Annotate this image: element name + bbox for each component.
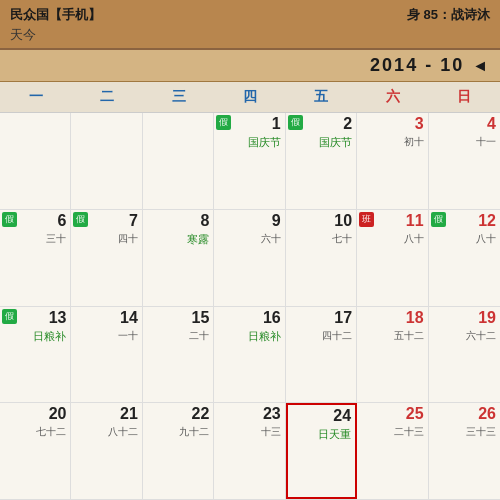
lunar-oct9: 六十 [218, 232, 280, 246]
day-number-oct20: 20 [4, 405, 66, 423]
day-header-fri: 五 [286, 82, 357, 112]
year-month-display: 2014 - 10 [370, 55, 464, 76]
day-cell-empty-1 [0, 113, 71, 209]
app-title-left: 民众国【手机】 [10, 6, 101, 24]
lunar-oct17: 四十二 [290, 329, 352, 343]
day-headers: 一 二 三 四 五 六 日 [0, 82, 500, 113]
holiday-badge-oct12: 假 [431, 212, 446, 227]
lunar-oct11: 八十 [361, 232, 423, 246]
lunar-oct20: 七十二 [4, 425, 66, 439]
calendar-weeks: 假 1 国庆节 假 2 国庆节 3 初十 4 十一 [0, 113, 500, 500]
day-header-thu: 四 [214, 82, 285, 112]
lunar-oct7: 四十 [75, 232, 137, 246]
lunar-oct12: 八十 [433, 232, 496, 246]
holiday-badge-oct1: 假 [216, 115, 231, 130]
day-number-oct3: 3 [361, 115, 423, 133]
lunar-oct18: 五十二 [361, 329, 423, 343]
header-top: 民众国【手机】 身 85：战诗沐 [10, 6, 490, 24]
nav-bar: 2014 - 10 ◄ [0, 50, 500, 82]
day-number-oct19: 19 [433, 309, 496, 327]
day-number-oct21: 21 [75, 405, 137, 423]
day-number-oct15: 15 [147, 309, 209, 327]
day-number-oct8: 8 [147, 212, 209, 230]
today-label: 天今 [10, 27, 36, 42]
day-cell-oct7[interactable]: 假 7 四十 [71, 210, 142, 306]
lunar-oct4: 十一 [433, 135, 496, 149]
day-header-wed: 三 [143, 82, 214, 112]
day-header-mon: 一 [0, 82, 71, 112]
day-cell-oct2[interactable]: 假 2 国庆节 [286, 113, 357, 209]
day-cell-oct14[interactable]: 14 一十 [71, 307, 142, 403]
lunar-oct22: 九十二 [147, 425, 209, 439]
app-container: 民众国【手机】 身 85：战诗沐 天今 2014 - 10 ◄ 一 二 三 四 … [0, 0, 500, 500]
day-cell-oct11[interactable]: 班 11 八十 [357, 210, 428, 306]
holiday-badge-oct2: 假 [288, 115, 303, 130]
day-number-oct14: 14 [75, 309, 137, 327]
day-cell-oct17[interactable]: 17 四十二 [286, 307, 357, 403]
app-title-right: 身 85：战诗沐 [407, 6, 490, 24]
lunar-oct16: 日粮补 [218, 329, 280, 344]
day-cell-oct26[interactable]: 26 三十三 [429, 403, 500, 499]
day-cell-oct3[interactable]: 3 初十 [357, 113, 428, 209]
lunar-oct15: 二十 [147, 329, 209, 343]
week-row-4: 20 七十二 21 八十二 22 九十二 23 十三 24 日天重 [0, 403, 500, 500]
lunar-oct2: 国庆节 [290, 135, 352, 150]
lunar-oct14: 一十 [75, 329, 137, 343]
day-number-oct26: 26 [433, 405, 496, 423]
day-cell-oct4[interactable]: 4 十一 [429, 113, 500, 209]
day-number-oct10: 10 [290, 212, 352, 230]
ban-badge-oct11: 班 [359, 212, 374, 227]
day-number-oct16: 16 [218, 309, 280, 327]
lunar-oct25: 二十三 [361, 425, 423, 439]
day-cell-oct1[interactable]: 假 1 国庆节 [214, 113, 285, 209]
lunar-oct23: 十三 [218, 425, 280, 439]
holiday-badge-oct13: 假 [2, 309, 17, 324]
day-cell-oct25[interactable]: 25 二十三 [357, 403, 428, 499]
prev-month-arrow[interactable]: ◄ [472, 57, 488, 75]
day-cell-empty-3 [143, 113, 214, 209]
day-cell-oct22[interactable]: 22 九十二 [143, 403, 214, 499]
day-cell-oct9[interactable]: 9 六十 [214, 210, 285, 306]
day-number-oct23: 23 [218, 405, 280, 423]
week-row-2: 假 6 三十 假 7 四十 8 寒露 9 六十 10 [0, 210, 500, 307]
week-row-1: 假 1 国庆节 假 2 国庆节 3 初十 4 十一 [0, 113, 500, 210]
calendar: 一 二 三 四 五 六 日 假 1 国庆节 假 2 [0, 82, 500, 500]
lunar-oct6: 三十 [4, 232, 66, 246]
day-cell-oct15[interactable]: 15 二十 [143, 307, 214, 403]
week-row-3: 假 13 日粮补 14 一十 15 二十 16 日粮补 17 [0, 307, 500, 404]
lunar-oct21: 八十二 [75, 425, 137, 439]
day-number-oct22: 22 [147, 405, 209, 423]
lunar-oct10: 七十 [290, 232, 352, 246]
day-number-oct18: 18 [361, 309, 423, 327]
day-cell-oct10[interactable]: 10 七十 [286, 210, 357, 306]
day-header-sat: 六 [357, 82, 428, 112]
header: 民众国【手机】 身 85：战诗沐 天今 [0, 0, 500, 50]
day-cell-oct18[interactable]: 18 五十二 [357, 307, 428, 403]
day-cell-oct21[interactable]: 21 八十二 [71, 403, 142, 499]
day-cell-oct13[interactable]: 假 13 日粮补 [0, 307, 71, 403]
header-subtitle: 天今 [10, 24, 490, 44]
lunar-oct1: 国庆节 [218, 135, 280, 150]
lunar-oct3: 初十 [361, 135, 423, 149]
day-header-tue: 二 [71, 82, 142, 112]
day-cell-oct20[interactable]: 20 七十二 [0, 403, 71, 499]
day-cell-oct12[interactable]: 假 12 八十 [429, 210, 500, 306]
lunar-oct19: 六十二 [433, 329, 496, 343]
holiday-badge-oct7: 假 [73, 212, 88, 227]
day-number-oct17: 17 [290, 309, 352, 327]
day-cell-oct24[interactable]: 24 日天重 [286, 403, 357, 499]
day-number-oct9: 9 [218, 212, 280, 230]
day-cell-oct23[interactable]: 23 十三 [214, 403, 285, 499]
day-cell-oct16[interactable]: 16 日粮补 [214, 307, 285, 403]
day-cell-empty-2 [71, 113, 142, 209]
day-number-oct24: 24 [292, 407, 351, 425]
lunar-oct8: 寒露 [147, 232, 209, 247]
lunar-oct26: 三十三 [433, 425, 496, 439]
day-number-oct4: 4 [433, 115, 496, 133]
day-cell-oct6[interactable]: 假 6 三十 [0, 210, 71, 306]
day-header-sun: 日 [429, 82, 500, 112]
day-cell-oct19[interactable]: 19 六十二 [429, 307, 500, 403]
lunar-oct13: 日粮补 [4, 329, 66, 344]
holiday-badge-oct6: 假 [2, 212, 17, 227]
day-cell-oct8[interactable]: 8 寒露 [143, 210, 214, 306]
